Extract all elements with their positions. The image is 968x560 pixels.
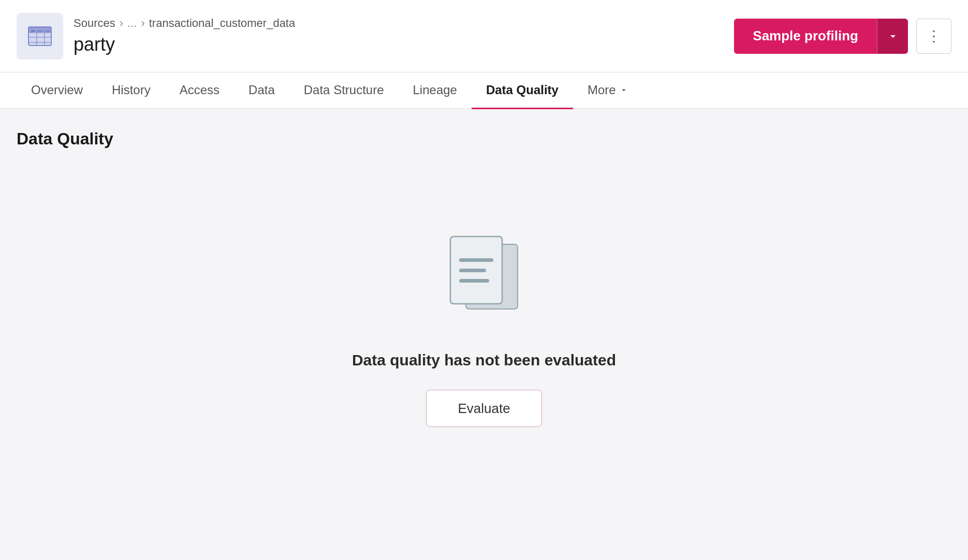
- page-title: party: [74, 33, 295, 55]
- tab-access[interactable]: Access: [165, 73, 234, 109]
- empty-state-message: Data quality has not been evaluated: [352, 351, 616, 369]
- breadcrumb: Sources › ... › transactional_customer_d…: [74, 17, 295, 30]
- tab-more-label: More: [588, 83, 616, 97]
- more-options-button[interactable]: ⋮: [916, 19, 951, 54]
- header-title-block: Sources › ... › transactional_customer_d…: [74, 17, 295, 55]
- chevron-down-more-icon: [619, 85, 628, 95]
- table-icon: [26, 23, 53, 50]
- breadcrumb-sep-2: ›: [141, 17, 144, 30]
- tab-more[interactable]: More: [573, 73, 643, 109]
- svg-rect-15: [459, 279, 489, 283]
- svg-rect-7: [31, 31, 35, 32]
- nav-tabs: Overview History Access Data Data Struct…: [0, 72, 968, 109]
- header-left: Sources › ... › transactional_customer_d…: [17, 13, 295, 60]
- empty-state-icon: [432, 221, 536, 327]
- header-right: Sample profiling ⋮: [734, 19, 951, 54]
- tab-history[interactable]: History: [97, 73, 165, 109]
- evaluate-button[interactable]: Evaluate: [426, 390, 541, 427]
- tab-data-quality[interactable]: Data Quality: [472, 73, 573, 109]
- tab-overview[interactable]: Overview: [17, 73, 97, 109]
- tab-data[interactable]: Data: [234, 73, 289, 109]
- svg-rect-14: [459, 269, 486, 272]
- sample-profiling-button[interactable]: Sample profiling: [734, 19, 877, 54]
- breadcrumb-sep-1: ›: [120, 17, 123, 30]
- breadcrumb-current-link[interactable]: transactional_customer_data: [149, 17, 296, 30]
- tab-data-structure[interactable]: Data Structure: [289, 73, 399, 109]
- page-header: Sources › ... › transactional_customer_d…: [0, 0, 968, 72]
- svg-rect-13: [459, 258, 493, 262]
- svg-rect-1: [28, 27, 51, 33]
- three-dots-icon: ⋮: [927, 29, 942, 43]
- empty-state: Data quality has not been evaluated Eval…: [17, 180, 951, 468]
- table-icon-wrapper: [17, 13, 63, 60]
- svg-rect-8: [37, 31, 43, 32]
- sample-profiling-dropdown-button[interactable]: [877, 19, 908, 54]
- breadcrumb-ellipsis: ...: [127, 17, 137, 30]
- svg-rect-9: [45, 31, 50, 32]
- main-content: Data Quality Data quality has not been e…: [0, 109, 968, 489]
- breadcrumb-sources-link[interactable]: Sources: [74, 17, 115, 30]
- chevron-down-icon: [887, 30, 899, 42]
- section-title: Data Quality: [17, 129, 951, 149]
- tab-lineage[interactable]: Lineage: [399, 73, 472, 109]
- no-data-illustration: [432, 221, 536, 325]
